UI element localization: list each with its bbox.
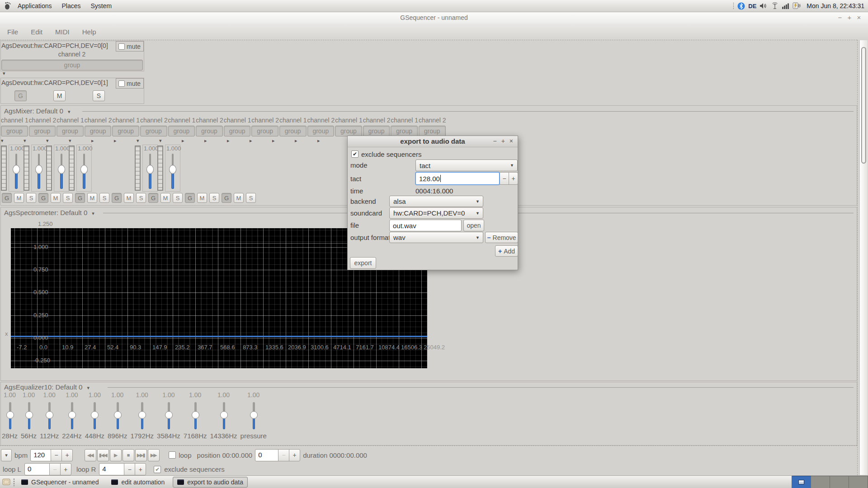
band-slider[interactable] bbox=[219, 401, 228, 430]
gms-toggle-button[interactable]: G bbox=[2, 193, 12, 203]
devout1-solo-button[interactable]: S bbox=[93, 90, 105, 101]
channel-group-button[interactable]: group bbox=[391, 126, 418, 136]
position-value[interactable]: 0 bbox=[255, 449, 278, 461]
gms-toggle-button[interactable]: S bbox=[63, 193, 73, 203]
gms-toggle-button[interactable]: M bbox=[14, 193, 24, 203]
transport-button[interactable]: ▶▶▮ bbox=[135, 449, 147, 461]
volume-slider[interactable] bbox=[54, 152, 69, 190]
gms-toggle-button[interactable]: S bbox=[136, 193, 146, 203]
channel-group-button[interactable]: group bbox=[419, 126, 446, 136]
menu-midi[interactable]: MIDI bbox=[55, 28, 70, 36]
slider-handle[interactable] bbox=[146, 165, 154, 174]
menu-places[interactable]: Places bbox=[57, 2, 86, 9]
output-format-dropdown[interactable]: wav▼ bbox=[389, 232, 483, 243]
volume-slider[interactable] bbox=[77, 152, 91, 190]
menu-applications[interactable]: Applications bbox=[13, 2, 57, 9]
taskbar-item[interactable]: edit automation bbox=[107, 477, 169, 488]
tact-decrease-button[interactable]: − bbox=[500, 172, 509, 185]
add-button[interactable]: +Add bbox=[495, 245, 518, 257]
channel-expander-icon[interactable] bbox=[317, 138, 340, 144]
channel-group-button[interactable]: group bbox=[196, 126, 223, 136]
tact-input[interactable]: 128.00 bbox=[415, 172, 500, 185]
channel-expander-icon[interactable] bbox=[1, 138, 24, 144]
band-slider[interactable] bbox=[113, 401, 122, 430]
export-dialog-titlebar[interactable]: export to audio data − + × bbox=[348, 136, 518, 147]
channel-expander-icon[interactable] bbox=[69, 138, 91, 144]
gms-toggle-button[interactable]: S bbox=[173, 193, 183, 203]
taskbar-grip-handle[interactable] bbox=[13, 478, 15, 486]
channel-expander-icon[interactable] bbox=[295, 138, 317, 144]
mode-dropdown[interactable]: tact▼ bbox=[415, 160, 518, 171]
gms-toggle-button[interactable]: M bbox=[87, 193, 97, 203]
gms-toggle-button[interactable]: M bbox=[197, 193, 207, 203]
slider-handle[interactable] bbox=[46, 411, 53, 419]
soundcard-dropdown[interactable]: hw:CARD=PCH,DEV=0▼ bbox=[389, 207, 483, 219]
gms-toggle-button[interactable]: S bbox=[246, 193, 256, 203]
gms-toggle-button[interactable]: M bbox=[51, 193, 61, 203]
channel-group-button[interactable]: group bbox=[85, 126, 112, 136]
slider-handle[interactable] bbox=[169, 165, 176, 174]
loop-left-increase-button[interactable]: + bbox=[60, 463, 71, 475]
slider-handle[interactable] bbox=[6, 411, 14, 419]
file-input[interactable]: out.wav bbox=[389, 220, 462, 231]
volume-slider[interactable] bbox=[143, 152, 157, 190]
window-close-button[interactable]: × bbox=[856, 14, 862, 21]
transport-button[interactable]: ■ bbox=[123, 449, 134, 461]
export-button[interactable]: export bbox=[350, 257, 376, 269]
channel-expander-icon[interactable] bbox=[24, 138, 46, 144]
channel-expander-icon[interactable] bbox=[91, 138, 114, 144]
channel-expander-icon[interactable] bbox=[272, 138, 295, 144]
clock[interactable]: Mon Jun 8, 22:43:31 bbox=[807, 2, 864, 9]
channel-group-button[interactable]: group bbox=[251, 126, 278, 136]
band-slider[interactable] bbox=[24, 401, 33, 430]
devout1-mute-checkbox[interactable] bbox=[118, 80, 125, 87]
workspace-3[interactable] bbox=[830, 476, 849, 488]
band-slider[interactable] bbox=[249, 401, 258, 430]
channel-group-button[interactable]: group bbox=[29, 126, 56, 136]
slider-handle[interactable] bbox=[35, 165, 42, 174]
gms-toggle-button[interactable]: G bbox=[148, 193, 158, 203]
gms-toggle-button[interactable]: S bbox=[26, 193, 36, 203]
channel-group-button[interactable]: group bbox=[363, 126, 390, 136]
loop-left-decrease-button[interactable]: − bbox=[49, 463, 61, 475]
loop-right-value[interactable]: 4 bbox=[99, 463, 124, 475]
exclude-sequencers-checkbox[interactable]: ✔ bbox=[154, 466, 161, 473]
menu-edit[interactable]: Edit bbox=[31, 28, 42, 36]
channel-group-button[interactable]: group bbox=[112, 126, 139, 136]
channel-expander-icon[interactable] bbox=[182, 138, 204, 144]
gms-toggle-button[interactable]: S bbox=[209, 193, 219, 203]
band-slider[interactable] bbox=[5, 401, 14, 430]
band-slider[interactable] bbox=[137, 401, 146, 430]
workspace-4[interactable] bbox=[849, 476, 868, 488]
gms-toggle-button[interactable]: G bbox=[75, 193, 85, 203]
band-slider[interactable] bbox=[191, 401, 200, 430]
devout0-group-button[interactable]: group bbox=[1, 60, 143, 70]
channel-expander-icon[interactable] bbox=[250, 138, 272, 144]
slider-handle[interactable] bbox=[91, 411, 99, 419]
battery-icon[interactable] bbox=[793, 2, 802, 9]
gms-toggle-button[interactable]: G bbox=[222, 193, 231, 203]
panel-grip-handle[interactable] bbox=[733, 2, 734, 9]
gms-toggle-button[interactable]: G bbox=[38, 193, 48, 203]
file-manager-icon[interactable] bbox=[1, 477, 11, 487]
taskbar-item[interactable]: export to audio data bbox=[173, 477, 248, 488]
gms-toggle-button[interactable]: M bbox=[124, 193, 134, 203]
gms-toggle-button[interactable]: G bbox=[185, 193, 195, 203]
slider-handle[interactable] bbox=[114, 411, 122, 419]
taskbar-item[interactable]: GSequencer - unnamed bbox=[17, 477, 103, 488]
channel-expander-icon[interactable] bbox=[46, 138, 69, 144]
devout0-expander-icon[interactable]: ▾ bbox=[3, 70, 5, 76]
channel-group-button[interactable]: group bbox=[335, 126, 362, 136]
loop-right-increase-button[interactable]: + bbox=[135, 463, 146, 475]
devout0-mute-checkbox[interactable] bbox=[118, 43, 125, 50]
window-titlebar[interactable]: GSequencer - unnamed − + × bbox=[0, 12, 868, 23]
export-dialog[interactable]: export to audio data − + × ✔ exclude seq… bbox=[347, 136, 518, 270]
channel-group-button[interactable]: group bbox=[140, 126, 167, 136]
position-decrease-button[interactable]: − bbox=[278, 449, 289, 461]
slider-handle[interactable] bbox=[250, 411, 258, 419]
mixer-expander-icon[interactable]: ▾ bbox=[68, 109, 71, 114]
gms-toggle-button[interactable]: G bbox=[112, 193, 122, 203]
slider-handle[interactable] bbox=[192, 411, 199, 419]
bluetooth-icon[interactable] bbox=[737, 2, 745, 10]
loop-checkbox[interactable] bbox=[169, 451, 176, 459]
